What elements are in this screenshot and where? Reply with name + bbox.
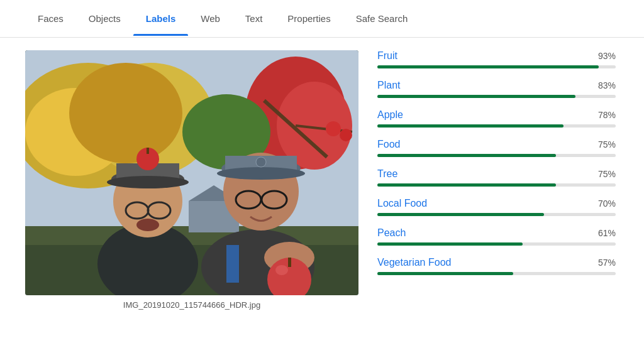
label-name[interactable]: Peach (377, 227, 406, 239)
svg-point-31 (217, 167, 305, 180)
label-bar-bg (377, 95, 616, 98)
label-percent: 57% (598, 258, 616, 268)
label-row: Apple78% (377, 109, 616, 128)
label-name[interactable]: Apple (377, 109, 403, 121)
label-bar-bg (377, 242, 616, 246)
label-row: Tree75% (377, 168, 616, 187)
label-name[interactable]: Local Food (377, 198, 427, 209)
tab-text[interactable]: Text (233, 2, 275, 35)
label-bar-fill (377, 272, 513, 275)
tab-properties[interactable]: Properties (275, 2, 343, 35)
label-bar-bg (377, 213, 616, 216)
label-row: Peach61% (377, 227, 616, 246)
label-row: Food75% (377, 139, 616, 157)
svg-point-20 (107, 176, 189, 188)
tab-web[interactable]: Web (188, 2, 233, 35)
label-bar-fill (377, 213, 544, 216)
label-bar-fill (377, 65, 599, 68)
label-bar-fill (377, 154, 556, 157)
label-bar-fill (377, 242, 523, 246)
label-percent: 93% (598, 51, 616, 61)
image-container (25, 50, 358, 295)
svg-point-14 (326, 121, 341, 136)
main-content: IMG_20191020_115744666_HDR.jpg Fruit93%P… (0, 38, 644, 348)
label-bar-bg (377, 154, 616, 157)
svg-rect-26 (147, 148, 149, 154)
tab-labels[interactable]: Labels (133, 2, 189, 35)
svg-point-4 (69, 63, 182, 163)
label-name[interactable]: Tree (377, 168, 397, 180)
label-percent: 83% (598, 80, 616, 90)
tab-safe-search[interactable]: Safe Search (343, 2, 421, 35)
label-percent: 75% (598, 169, 616, 179)
tab-faces[interactable]: Faces (25, 2, 76, 35)
svg-rect-40 (226, 245, 239, 283)
label-row: Plant83% (377, 80, 616, 98)
image-section: IMG_20191020_115744666_HDR.jpg (25, 50, 358, 335)
labels-panel[interactable]: Fruit93%Plant83%Apple78%Food75%Tree75%Lo… (377, 50, 619, 335)
label-name[interactable]: Food (377, 139, 400, 150)
label-name[interactable]: Fruit (377, 50, 397, 62)
label-percent: 61% (598, 228, 616, 238)
svg-point-24 (136, 219, 159, 231)
label-bar-fill (377, 95, 575, 98)
label-name[interactable]: Vegetarian Food (377, 257, 451, 268)
label-bar-bg (377, 183, 616, 187)
image-caption: IMG_20191020_115744666_HDR.jpg (123, 300, 260, 310)
label-percent: 78% (598, 110, 616, 120)
label-bar-bg (377, 65, 616, 68)
svg-point-32 (256, 157, 266, 167)
label-name[interactable]: Plant (377, 80, 400, 91)
svg-rect-39 (288, 258, 291, 267)
label-row: Vegetarian Food57% (377, 257, 616, 275)
label-percent: 75% (598, 139, 616, 150)
label-row: Fruit93% (377, 50, 616, 68)
tab-objects[interactable]: Objects (76, 2, 133, 35)
label-bar-fill (377, 183, 556, 187)
label-percent: 70% (598, 198, 616, 209)
tab-bar: Faces Objects Labels Web Text Properties… (0, 0, 644, 38)
svg-point-38 (275, 265, 288, 275)
label-bar-bg (377, 124, 616, 128)
svg-point-15 (340, 129, 352, 141)
label-bar-fill (377, 124, 564, 128)
label-row: Local Food70% (377, 198, 616, 216)
label-bar-bg (377, 272, 616, 275)
